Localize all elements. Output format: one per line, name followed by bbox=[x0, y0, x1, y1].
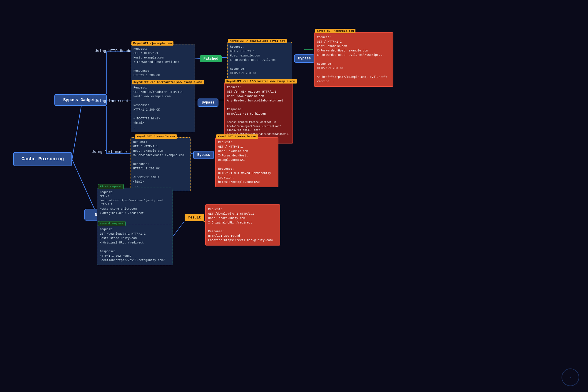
hp-card-3: Request: GET / HTTP/1.1 Host: example.co… bbox=[314, 32, 393, 87]
keyed-label-3: Keyed:GET /example.com bbox=[315, 29, 355, 33]
pn-card-1: Request: GET / HTTP/1.1 Host: example.co… bbox=[131, 137, 191, 191]
keyed-label-7: Keyed:GET /|example.com bbox=[216, 134, 258, 139]
keyed-label-1: Keyed:GET /|example.com bbox=[131, 41, 173, 46]
first-request-label: First request bbox=[98, 184, 124, 189]
second-request-card: Request: GET /download?v=1 HTTP/1.1 Host… bbox=[97, 225, 173, 265]
ip-card-1: Request: GET /en_GB/roadster HTTP/1.1 Ho… bbox=[131, 83, 195, 132]
bypass-badge-1: Bypass bbox=[294, 54, 315, 63]
result-card: Request: GET /download?v=1 HTTP/1.1 Host… bbox=[205, 204, 280, 246]
bypass-badge-2: Bypass bbox=[198, 99, 218, 107]
keyed-label-2: Keyed:GET /|example.com||evil.net bbox=[228, 39, 287, 43]
second-request-label: Second request bbox=[98, 221, 126, 226]
pn-card-2: Request: GET / HTTP/1.1 Host: example.co… bbox=[215, 137, 278, 187]
keyed-label-5: Keyed:GET /en_GB/roadster|www.example.co… bbox=[225, 79, 297, 84]
svg-line-1 bbox=[72, 159, 97, 215]
watermark: ◆ bbox=[562, 368, 579, 386]
keyed-label-4: Keyed:GET /en_GB/roadster|www.example.co… bbox=[132, 80, 204, 84]
cache-poisoning-node: Cache Poisoning bbox=[13, 152, 72, 166]
patched-badge: Patched bbox=[200, 55, 222, 62]
bypass-gadgets-label: Bypass Gadgets bbox=[63, 98, 98, 102]
result-badge: result bbox=[185, 214, 204, 221]
keyed-label-6: Keyed:GET /|example.com bbox=[135, 134, 177, 139]
diagram: Cache Poisoning Bypass Gadgets Nested Ca… bbox=[0, 0, 588, 392]
svg-line-0 bbox=[72, 100, 82, 159]
cache-poisoning-label: Cache Poisoning bbox=[21, 156, 64, 162]
bypass-badge-3: Bypass bbox=[193, 151, 214, 159]
